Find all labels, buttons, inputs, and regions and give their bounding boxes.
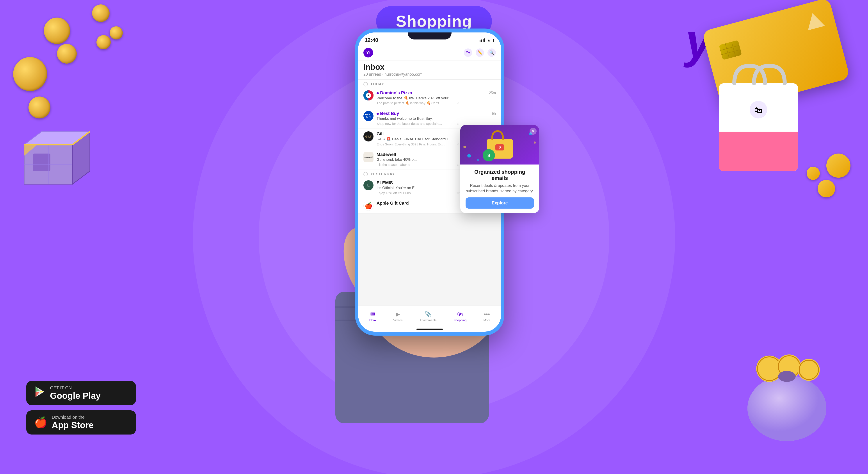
app-store-pre: Download on the: [52, 415, 94, 420]
email-time-dominos: 25m: [489, 91, 496, 95]
popup-illustration: $ $: [460, 125, 539, 165]
bestbuy-avatar: BESTBUY: [364, 111, 373, 121]
popup-title: Organized shopping emails: [466, 169, 534, 181]
nav-attachments[interactable]: 📎 Attachments: [420, 311, 437, 322]
apple-avatar: 🍎: [364, 201, 373, 211]
inbox-title-bar: Inbox 20 unread · hurrothu@yahoo.com: [358, 61, 501, 80]
email-item-dominos[interactable]: Domino's Pizza 25m Welcome to the 🍕 life…: [358, 88, 501, 108]
svg-line-9: [725, 43, 729, 58]
svg-line-10: [732, 42, 736, 57]
svg-point-45: [463, 146, 466, 148]
email-sender-elemis: ELEMIS: [377, 180, 393, 185]
email-subject-dominos: Welcome to the 🍕 life. Here's 20% off yo…: [377, 96, 460, 100]
signal-icon: [479, 38, 485, 42]
left-decorative-coins: [0, 0, 153, 198]
coin-2: [92, 4, 110, 22]
madewell-avatar: madewell: [364, 152, 373, 162]
email-sender-madewell: Madewell: [377, 152, 396, 157]
rcoin-2: [817, 180, 835, 198]
coin-purse: [737, 343, 837, 443]
coin-5: [57, 44, 77, 64]
email-subject-madewell: Go ahead, take 40% o...: [377, 157, 460, 162]
google-play-btn[interactable]: GET IT ON Google Play: [26, 381, 136, 405]
email-sender-apple: Apple Gift Card: [377, 201, 409, 206]
inbox-nav-label: Inbox: [369, 319, 376, 322]
svg-point-20: [747, 375, 826, 441]
shopping-bag-right: 🛍: [706, 57, 811, 180]
svg-point-44: [477, 159, 479, 161]
email-subject-gilt: 6-HR 🚨 Deals. FINAL CALL for Standard H.…: [377, 137, 460, 142]
popup-explore-btn[interactable]: Explore: [466, 198, 534, 209]
email-sender-bestbuy: Best Buy: [377, 111, 399, 116]
coin-1: [44, 18, 70, 44]
app-header: Y! Y+ ✏️ 🔍: [358, 46, 501, 61]
battery-icon: ▮: [493, 38, 495, 42]
svg-text:$: $: [488, 153, 490, 158]
svg-point-43: [467, 154, 471, 157]
swipe-bar: [416, 329, 443, 330]
popup-description: Recent deals & updates from your subscri…: [466, 183, 534, 194]
email-time-bestbuy: 5h: [492, 112, 496, 116]
google-play-icon: [34, 386, 45, 400]
email-subject-elemis: It's Official: You're an E...: [377, 186, 460, 190]
yesterday-circle: [364, 172, 368, 176]
email-preview-bestbuy: Shop now for the latest deals and specia…: [377, 121, 460, 126]
email-preview-elemis: Enjoy 15% off Your Firs... ☆: [377, 190, 460, 195]
email-sender-dominos: Domino's Pizza: [377, 90, 412, 95]
app-buttons: GET IT ON Google Play 🍎 Download on the …: [26, 381, 136, 435]
svg-point-47: [534, 142, 536, 144]
email-content-dominos: Domino's Pizza 25m Welcome to the 🍕 life…: [377, 90, 496, 106]
svg-point-26: [798, 359, 820, 381]
phone-wrapper: 12:40 ▲ ▮ Y!: [335, 11, 533, 406]
today-separator: TODAY: [358, 80, 501, 88]
header-icons: Y+ ✏️ 🔍: [464, 49, 496, 57]
nav-shopping[interactable]: 🛍 Shopping: [454, 311, 466, 322]
compose-icon: ✏️: [477, 50, 482, 55]
videos-nav-icon: ▶: [396, 311, 400, 318]
svg-rect-15: [719, 131, 798, 136]
phone-notch: [408, 32, 452, 39]
coin-6: [96, 35, 111, 49]
gilt-avatar: GILT: [364, 131, 373, 142]
svg-text:🛍: 🛍: [754, 106, 762, 115]
attachments-nav-label: Attachments: [420, 319, 437, 322]
dominos-avatar: [364, 90, 373, 100]
rcoin-1: [826, 153, 850, 178]
svg-line-12: [721, 50, 740, 55]
coin-3: [110, 26, 123, 39]
attachments-nav-icon: 📎: [425, 311, 432, 318]
3d-box: [11, 114, 90, 193]
more-nav-icon: •••: [484, 311, 490, 318]
google-play-text: GET IT ON Google Play: [50, 385, 101, 401]
elemis-avatar: E: [364, 180, 373, 190]
app-store-btn[interactable]: 🍎 Download on the App Store: [26, 410, 136, 435]
inbox-title: Inbox: [364, 62, 496, 72]
email-preview-dominos: The path to perfect 🍕 is this way 🍕 Can'…: [377, 101, 460, 106]
wifi-icon: ▲: [487, 38, 491, 42]
status-time: 12:40: [365, 37, 378, 43]
status-icons: ▲ ▮: [479, 38, 495, 42]
search-btn[interactable]: 🔍: [488, 49, 496, 57]
popup-header: $ $ ×: [460, 125, 539, 165]
svg-text:$: $: [499, 145, 501, 149]
compose-btn[interactable]: ✏️: [476, 49, 484, 57]
inbox-subtitle: 20 unread · hurrothu@yahoo.com: [364, 72, 496, 77]
card-triangle: [804, 11, 825, 30]
svg-rect-14: [719, 131, 798, 171]
yahoo-app-icon: Y!: [364, 48, 373, 57]
email-preview-madewell: 'Tis the season, after a... ☆: [377, 162, 460, 167]
popup-body: Organized shopping emails Recent deals &…: [460, 165, 539, 213]
yahoo-plus-btn[interactable]: Y+: [464, 49, 472, 57]
coin-4: [13, 57, 47, 91]
email-preview-gilt: Ends Soon: Everything $39 | Final Hours:…: [377, 142, 460, 147]
apple-icon: 🍎: [34, 416, 48, 428]
bottom-nav: ✉ Inbox ▶ Videos 📎 Attachments 🛍 Shoppin…: [358, 305, 501, 332]
google-play-pre: GET IT ON: [50, 385, 101, 390]
rcoin-3: [807, 167, 820, 180]
nav-videos[interactable]: ▶ Videos: [393, 311, 403, 322]
popup-close-btn[interactable]: ×: [530, 128, 536, 135]
shopping-nav-icon: 🛍: [457, 311, 463, 318]
nav-more[interactable]: ••• More: [483, 311, 490, 322]
svg-line-11: [720, 46, 739, 51]
nav-inbox[interactable]: ✉ Inbox: [369, 311, 376, 322]
